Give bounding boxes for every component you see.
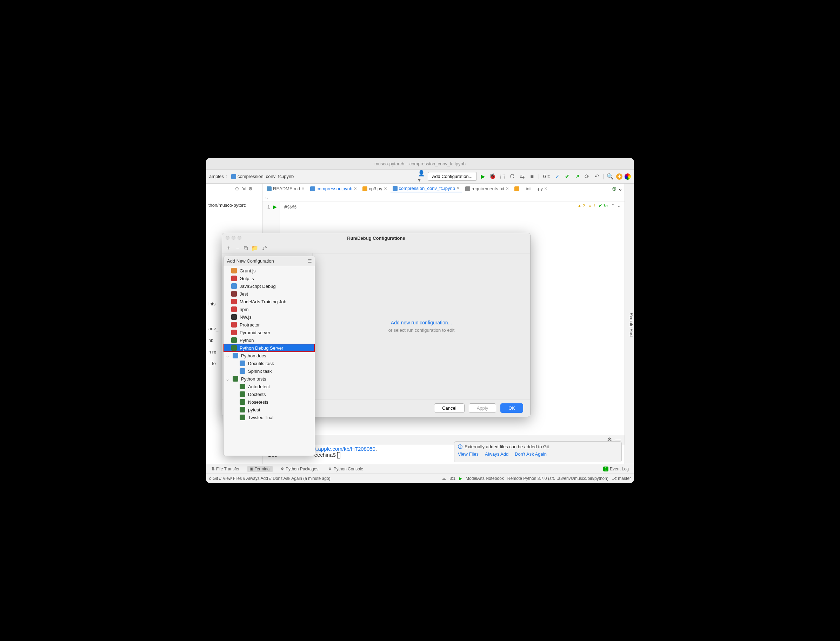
file-transfer-tab[interactable]: ⇅ File Transfer	[209, 466, 242, 472]
config-type-item[interactable]: ⌄Python docs	[223, 352, 315, 359]
close-icon[interactable]: ✕	[384, 187, 387, 191]
terminal-tab[interactable]: ▣ Terminal	[247, 466, 273, 472]
config-type-item[interactable]: NW.js	[223, 313, 315, 321]
save-template-icon[interactable]: 📁	[251, 245, 258, 251]
breadcrumb-folder[interactable]: amples	[209, 174, 224, 179]
config-type-item[interactable]: Grunt.js	[223, 267, 315, 274]
debug-icon[interactable]: 🐞	[489, 173, 496, 180]
config-type-item[interactable]: ModelArts Training Job	[223, 298, 315, 305]
notebook-kernel[interactable]: ModelArts Notebook	[466, 476, 504, 481]
config-type-item[interactable]: Pyramid server	[223, 329, 315, 336]
dont-ask-link[interactable]: Don't Ask Again	[515, 451, 547, 457]
copy-icon[interactable]: ⧉	[244, 245, 248, 251]
config-type-item[interactable]: JavaScript Debug	[223, 282, 315, 290]
remote-host-tab[interactable]: Remote Host	[629, 313, 634, 337]
select-opened-icon[interactable]: ⊙	[235, 186, 239, 191]
notebook-icon	[393, 186, 398, 191]
interpreter[interactable]: Remote Python 3.7.0 (sft…a3/envs/musco/b…	[508, 476, 609, 481]
tab-init[interactable]: __init__.py✕	[512, 185, 549, 192]
run-icon[interactable]: ▶	[479, 173, 487, 180]
config-type-item[interactable]: Doctests	[223, 390, 315, 398]
config-type-item[interactable]: Docutils task	[223, 359, 315, 367]
config-type-item[interactable]: Nosetests	[223, 398, 315, 406]
event-log-tab[interactable]: 1 Event Log	[601, 466, 631, 472]
always-add-link[interactable]: Always Add	[485, 451, 508, 457]
user-icon[interactable]: 👤▾	[418, 173, 426, 180]
close-icon[interactable]: ✕	[456, 186, 459, 191]
config-type-item[interactable]: Python	[223, 336, 315, 344]
chevron-up-icon[interactable]: ⌃	[610, 203, 614, 208]
history-icon[interactable]: ⟳	[583, 173, 591, 180]
window-titlebar: musco-pytorch – compression_conv_fc.ipyn…	[206, 158, 634, 169]
terminal-panel[interactable]: easxxxxxxxxxxxxxxrt.apple.com/kb/HT20805…	[262, 444, 625, 464]
ok-button[interactable]: OK	[500, 403, 523, 413]
close-icon[interactable]: ✕	[506, 187, 509, 191]
breadcrumb-file[interactable]: compression_conv_fc.ipynb	[238, 174, 294, 179]
revert-icon[interactable]: ↶	[593, 173, 601, 180]
profile-icon[interactable]: ⏱	[508, 173, 516, 180]
warning-icon[interactable]: ▲ 2	[577, 203, 585, 208]
dialog-toolbar: ＋ － ⧉ 📁 ↓ᴬ	[222, 243, 530, 253]
add-configuration-button[interactable]: Add Configuration...	[428, 172, 477, 181]
text-icon	[465, 187, 470, 191]
close-icon[interactable]: ✕	[301, 187, 305, 191]
python-console-tab[interactable]: ❖ Python Console	[326, 466, 365, 472]
close-icon[interactable]: ✕	[354, 187, 357, 191]
tab-compression-conv-fc[interactable]: compression_conv_fc.ipynb✕	[390, 185, 462, 192]
zoom-window-icon[interactable]	[238, 236, 241, 240]
git-push-icon[interactable]: ↗	[573, 173, 581, 180]
chevron-down-icon[interactable]: ⌄	[618, 185, 622, 192]
git-pull-icon[interactable]: ✓	[554, 173, 561, 180]
config-type-item[interactable]: ⌄Python tests	[223, 375, 315, 383]
apply-button[interactable]: Apply	[469, 403, 496, 413]
weak-warning-icon[interactable]: ▲ 1	[588, 203, 596, 208]
tab-readme[interactable]: README.md✕	[265, 185, 307, 192]
add-cell-icon[interactable]: ⊕	[612, 185, 617, 192]
config-type-item[interactable]: Jest	[223, 290, 315, 298]
status-bar: o Git // View Files // Always Add // Don…	[206, 474, 634, 483]
tab-requirements[interactable]: requirements.txt✕	[463, 185, 511, 192]
remove-icon[interactable]: －	[235, 244, 240, 252]
config-type-item[interactable]: Python Debug Server	[223, 344, 315, 352]
close-window-icon[interactable]	[226, 236, 230, 240]
minimize-window-icon[interactable]	[231, 236, 235, 240]
config-type-item[interactable]: Twisted Trial	[223, 414, 315, 421]
config-type-item[interactable]: Protractor	[223, 321, 315, 329]
close-icon[interactable]: ✕	[544, 187, 548, 191]
cancel-button[interactable]: Cancel	[434, 403, 464, 413]
attach-icon[interactable]: ⇆	[518, 173, 526, 180]
filter-icon[interactable]: ☰	[308, 258, 312, 264]
right-sidebar: Remote Host Database SciView	[625, 184, 634, 464]
python-packages-tab[interactable]: ❖ Python Packages	[278, 466, 320, 472]
add-icon[interactable]: ＋	[226, 244, 231, 252]
chevron-down-icon[interactable]: ⌄	[617, 203, 620, 208]
config-type-item[interactable]: npm	[223, 305, 315, 313]
code-with-me-icon[interactable]	[625, 174, 631, 180]
view-files-link[interactable]: View Files	[458, 451, 479, 457]
select-config-hint: or select run configuration to edit	[389, 327, 455, 333]
typo-icon[interactable]: ✔ 15	[598, 203, 608, 208]
breadcrumb[interactable]: amples 〉 compression_conv_fc.ipynb	[209, 174, 294, 180]
sort-icon[interactable]: ↓ᴬ	[262, 245, 267, 251]
git-branch[interactable]: ⎇ master	[612, 476, 631, 481]
gear-icon[interactable]: ⚙	[249, 186, 253, 191]
config-type-item[interactable]: Autodetect	[223, 383, 315, 390]
coverage-icon[interactable]: ⬚	[499, 173, 506, 180]
cursor-position[interactable]: 3:1	[450, 476, 455, 481]
search-icon[interactable]: 🔍	[606, 173, 614, 180]
config-type-item[interactable]: pytest	[223, 406, 315, 414]
add-new-config-link[interactable]: Add new run configuration...	[391, 320, 452, 325]
config-type-item[interactable]: Gulp.js	[223, 274, 315, 282]
run-cell-icon[interactable]: ▶	[273, 204, 277, 209]
ide-settings-icon[interactable]: ✦	[616, 174, 622, 180]
tab-compressor[interactable]: compressor.ipynb✕	[308, 185, 359, 192]
run-icon[interactable]: ▶	[459, 476, 462, 481]
remote-status-icon[interactable]: ☁	[442, 476, 446, 481]
hide-icon[interactable]: —	[255, 186, 260, 191]
stop-icon[interactable]: ■	[528, 173, 536, 180]
expand-all-icon[interactable]: ⇲	[242, 186, 246, 191]
config-type-item[interactable]: Sphinx task	[223, 367, 315, 375]
git-commit-icon[interactable]: ✔	[564, 173, 571, 180]
inspection-widget[interactable]: ▲ 2 ▲ 1 ✔ 15 ⌃ ⌄	[577, 203, 620, 208]
tab-cp3[interactable]: cp3.py✕	[360, 185, 389, 192]
